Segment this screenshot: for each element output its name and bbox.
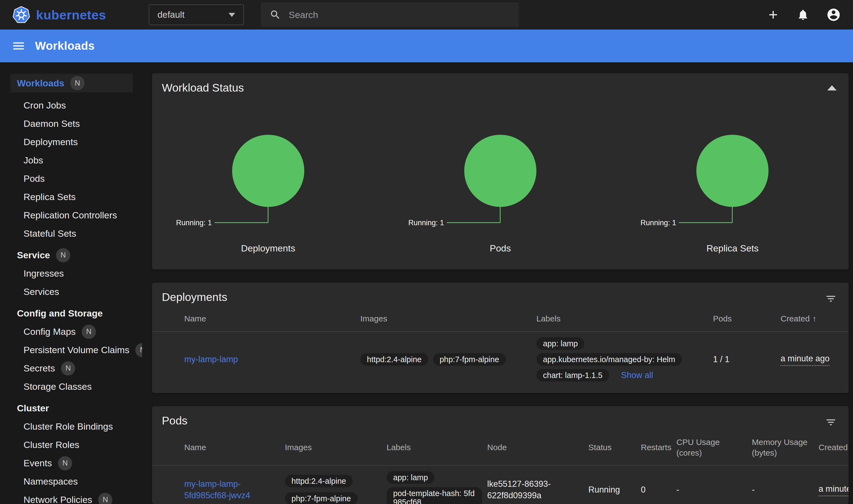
- filter-list-icon: [825, 416, 837, 428]
- collapse-button[interactable]: [827, 82, 837, 90]
- column-header-label: Created: [819, 443, 848, 452]
- main-content: Workload Status Running: 1 Deployments: [142, 62, 853, 504]
- sidebar-item-replica-sets[interactable]: Replica Sets: [0, 188, 142, 206]
- sidebar-item-cluster-role-bindings[interactable]: Cluster Role Bindings: [0, 417, 142, 436]
- deployments-card: Deployments Name Images Labels Pods Crea…: [152, 283, 849, 393]
- avatar-icon: [826, 7, 841, 22]
- namespaced-badge: N: [61, 361, 75, 376]
- card-title: Pods: [162, 414, 187, 427]
- sidebar-item-config-maps[interactable]: Config Maps N: [0, 323, 142, 341]
- sidebar-item-label: Service: [17, 250, 50, 260]
- sidebar-item-secrets[interactable]: Secrets N: [0, 359, 142, 377]
- account-button[interactable]: [826, 7, 841, 22]
- create-button[interactable]: [767, 8, 780, 21]
- pie-annotation: Running: 1: [408, 219, 444, 227]
- hamburger-icon: [12, 39, 26, 53]
- column-header-labels[interactable]: Labels: [387, 442, 487, 453]
- sidebar-item-jobs[interactable]: Jobs: [0, 151, 142, 169]
- pods-card: Pods Name Images Labels Node Status Rest…: [152, 406, 849, 504]
- brand[interactable]: kubernetes: [13, 6, 139, 23]
- sidebar-item-pods[interactable]: Pods: [0, 169, 142, 188]
- sidebar-item-namespaces[interactable]: Namespaces: [0, 472, 142, 491]
- sidebar-item-persistent-volume-claims[interactable]: Persistent Volume Claims N: [0, 341, 142, 359]
- column-header-created[interactable]: Created↑: [781, 313, 849, 324]
- show-all-link[interactable]: Show all: [621, 370, 653, 381]
- column-header-name[interactable]: Name: [184, 442, 285, 453]
- namespace-selector[interactable]: default: [149, 4, 244, 25]
- filter-button[interactable]: [825, 293, 837, 305]
- sidebar-item-label: Persistent Volume Claims: [23, 345, 129, 355]
- column-header-memory[interactable]: Memory Usage (bytes): [752, 437, 819, 458]
- column-header-node[interactable]: Node: [487, 442, 588, 453]
- sidebar-section-cluster[interactable]: Cluster: [0, 399, 142, 417]
- leader-line: [732, 206, 733, 223]
- pie-annotation: Running: 1: [176, 219, 212, 227]
- search-bar[interactable]: [261, 2, 519, 27]
- sidebar-item-daemon-sets[interactable]: Daemon Sets: [0, 114, 142, 133]
- filter-list-icon: [825, 293, 837, 305]
- created-ago: a minute ago: [819, 483, 849, 496]
- sidebar-item-label: Storage Classes: [23, 381, 92, 392]
- image-chip: httpd:2.4-alpine: [360, 353, 428, 366]
- column-header-cpu[interactable]: CPU Usage (cores): [676, 437, 752, 458]
- search-icon: [270, 9, 281, 20]
- sidebar-item-deployments[interactable]: Deployments: [0, 133, 142, 151]
- sidebar-item-label: Pods: [23, 173, 45, 184]
- filter-button[interactable]: [825, 416, 837, 428]
- sidebar-item-cron-jobs[interactable]: Cron Jobs: [0, 96, 142, 114]
- sidebar-item-label: Replication Controllers: [23, 210, 117, 220]
- workload-status-charts: Running: 1 Deployments Running: 1 Pods: [152, 94, 849, 270]
- toolbar: Workloads: [0, 30, 853, 62]
- column-header-status[interactable]: Status: [588, 442, 641, 453]
- sidebar-item-stateful-sets[interactable]: Stateful Sets: [0, 224, 142, 243]
- chevron-down-icon: [229, 13, 235, 17]
- sidebar-section-config-and-storage[interactable]: Config and Storage: [0, 304, 142, 323]
- namespaced-badge: N: [70, 76, 85, 90]
- sidebar-item-service[interactable]: Service N: [0, 246, 142, 264]
- pods-ratio: 1 / 1: [713, 354, 781, 365]
- column-header-images[interactable]: Images: [285, 442, 387, 453]
- column-header-name[interactable]: Name: [184, 313, 360, 324]
- column-header-labels[interactable]: Labels: [536, 313, 713, 324]
- sidebar-item-network-policies[interactable]: Network Policies N: [0, 491, 142, 504]
- sidebar-item-services[interactable]: Services: [0, 283, 142, 301]
- label-chip: app: lamp: [387, 471, 434, 484]
- sidebar-item-events[interactable]: Events N: [0, 454, 142, 472]
- label-chip: app: lamp: [536, 337, 584, 350]
- pie-slice-running: [464, 135, 536, 207]
- label-chip: chart: lamp-1.1.5: [536, 369, 609, 381]
- kubernetes-logo-icon: [13, 6, 30, 23]
- pod-name-link[interactable]: my-lamp-lamp-5fd985cf68-jwvz4: [184, 479, 250, 500]
- namespace-value: default: [158, 10, 184, 20]
- replica-sets-pie-chart: Running: 1 Replica Sets: [617, 135, 849, 254]
- leader-line: [215, 222, 268, 223]
- search-input[interactable]: [289, 10, 510, 20]
- deployment-name-link[interactable]: my-lamp-lamp: [184, 355, 238, 364]
- column-header-pods[interactable]: Pods: [713, 313, 781, 324]
- sidebar-item-ingresses[interactable]: Ingresses: [0, 264, 142, 283]
- namespaced-badge: N: [135, 343, 142, 357]
- sidebar-item-cluster-roles[interactable]: Cluster Roles: [0, 436, 142, 454]
- column-header-images[interactable]: Images: [360, 313, 536, 324]
- sort-ascending-icon: ↑: [813, 314, 817, 323]
- sidebar-item-replication-controllers[interactable]: Replication Controllers: [0, 206, 142, 224]
- leader-line: [268, 206, 268, 223]
- column-header-created[interactable]: Created↑: [819, 442, 849, 453]
- leader-line: [447, 222, 500, 223]
- leader-line: [679, 222, 732, 223]
- sidebar: Workloads N Cron Jobs Daemon Sets Deploy…: [0, 62, 142, 504]
- menu-button[interactable]: [12, 39, 26, 53]
- column-header-restarts[interactable]: Restarts: [641, 442, 676, 453]
- topbar: kubernetes default: [0, 0, 853, 30]
- image-chip: php:7-fpm-alpine: [285, 492, 358, 504]
- notifications-button[interactable]: [797, 8, 809, 21]
- sidebar-item-workloads[interactable]: Workloads N: [11, 74, 133, 92]
- sidebar-item-label: Namespaces: [23, 476, 78, 487]
- sidebar-item-storage-classes[interactable]: Storage Classes: [0, 377, 142, 396]
- plus-icon: [767, 8, 780, 21]
- label-chip: pod-template-hash: 5fd985cf68: [387, 487, 482, 504]
- sidebar-item-label: Config and Storage: [17, 308, 103, 319]
- sidebar-item-label: Network Policies: [23, 494, 92, 504]
- sidebar-item-label: Cluster Role Bindings: [23, 421, 113, 432]
- namespaced-badge: N: [58, 456, 72, 470]
